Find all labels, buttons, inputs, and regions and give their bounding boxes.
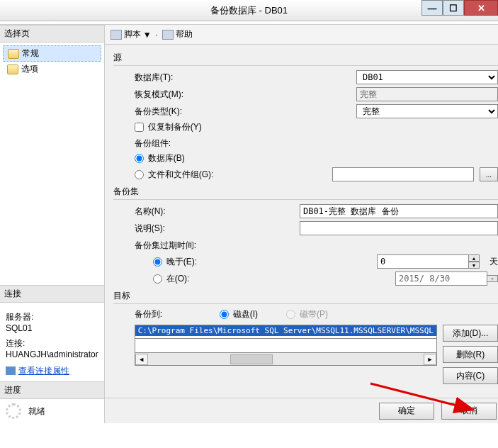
expire-on-radio-input[interactable]: [153, 274, 162, 284]
page-list: 常规 选项: [0, 43, 104, 79]
recovery-model-value: 完整: [356, 87, 498, 101]
description-label: 说明(S):: [135, 223, 241, 235]
component-filegroup-radio-input[interactable]: [135, 170, 144, 179]
dest-tape-radio: 磁带(P): [286, 308, 328, 320]
backup-to-label: 备份到:: [135, 308, 220, 320]
server-value: SQL01: [6, 323, 98, 333]
recovery-model-label: 恢复模式(M):: [135, 89, 241, 101]
source-group-header: 源: [113, 50, 498, 66]
name-label: 名称(N):: [135, 206, 241, 218]
backupset-group-header: 备份集: [113, 184, 498, 200]
backup-component-label: 备份组件:: [135, 138, 498, 150]
help-icon: [162, 30, 174, 40]
left-pane: 选择页 常规 选项 连接 服务器: SQL01 连接: HUANGJH\admi…: [0, 25, 105, 423]
component-filegroup-radio[interactable]: 文件和文件组(G):: [135, 169, 214, 181]
link-label: 查看连接属性: [18, 365, 69, 377]
page-item-general[interactable]: 常规: [3, 45, 101, 62]
connection-value: HUANGJH\administrator: [6, 349, 98, 359]
progress-spinner-icon: [6, 403, 21, 419]
expire-after-spinner[interactable]: ▲ ▼: [468, 254, 480, 269]
scroll-left-button[interactable]: ◄: [135, 354, 148, 365]
select-page-header: 选择页: [0, 25, 104, 43]
spinner-up-button[interactable]: ▲: [468, 254, 480, 262]
script-label: 脚本: [124, 28, 141, 40]
add-button[interactable]: 添加(D)...: [443, 325, 498, 342]
expire-on-date-input: [395, 271, 487, 286]
filegroup-textbox: [332, 167, 474, 181]
dest-tape-label: 磁带(P): [300, 308, 328, 320]
minimize-button[interactable]: —: [421, 0, 443, 16]
form-content: 源 数据库(T): DB01 恢复模式(M): 完整 备份类型(K): 完整: [105, 45, 498, 398]
backup-type-select[interactable]: 完整: [356, 104, 498, 118]
page-item-label: 选项: [21, 63, 38, 75]
component-filegroup-label: 文件和文件组(G):: [148, 169, 214, 181]
connection-block: 服务器: SQL01 连接: HUANGJH\administrator 查看连…: [0, 303, 104, 382]
name-input[interactable]: [300, 204, 498, 218]
window-buttons: — ☐ ✕: [421, 0, 498, 16]
database-select[interactable]: DB01: [356, 70, 498, 84]
expire-group-label: 备份集过期时间:: [135, 240, 498, 252]
expire-on-radio[interactable]: 在(O):: [153, 273, 241, 285]
filegroup-browse-button[interactable]: ...: [480, 167, 498, 181]
expire-after-label: 晚于(E):: [166, 256, 197, 268]
toolbar: 脚本 ▼ · 帮助: [105, 25, 498, 45]
date-dropdown-button: ▼: [487, 275, 498, 282]
expire-after-radio[interactable]: 晚于(E):: [153, 256, 241, 268]
page-icon: [7, 65, 18, 74]
right-pane: 脚本 ▼ · 帮助 源 数据库(T): DB01 恢复模式(M):: [105, 25, 498, 423]
dest-tape-radio-input: [286, 310, 295, 319]
component-database-radio[interactable]: 数据库(B): [135, 152, 185, 164]
destination-list-item[interactable]: C:\Program Files\Microsoft SQL Server\MS…: [135, 325, 436, 336]
view-connection-properties-link[interactable]: 查看连接属性: [6, 365, 69, 377]
page-item-options[interactable]: 选项: [3, 62, 101, 77]
ok-button[interactable]: 确定: [379, 403, 434, 420]
scroll-track[interactable]: [148, 354, 424, 365]
server-label: 服务器:: [6, 311, 98, 323]
description-input[interactable]: [300, 221, 498, 235]
dest-disk-radio[interactable]: 磁盘(I): [220, 308, 258, 320]
cancel-button[interactable]: 取消: [441, 403, 497, 420]
copy-only-label: 仅复制备份(Y): [148, 121, 202, 133]
remove-button[interactable]: 删除(R): [443, 346, 498, 363]
contents-button[interactable]: 内容(C): [443, 367, 498, 384]
database-label: 数据库(T):: [135, 72, 241, 84]
spinner-down-button[interactable]: ▼: [468, 262, 480, 269]
destination-list-hscrollbar[interactable]: ◄ ►: [135, 353, 437, 366]
help-label: 帮助: [176, 28, 193, 40]
expire-after-days-input[interactable]: [377, 254, 469, 269]
page-icon: [8, 49, 19, 59]
maximize-button[interactable]: ☐: [443, 0, 464, 16]
close-button[interactable]: ✕: [464, 0, 498, 16]
title-bar: 备份数据库 - DB01 — ☐ ✕: [0, 0, 498, 21]
destination-listbox[interactable]: C:\Program Files\Microsoft SQL Server\MS…: [135, 325, 437, 384]
destination-group-header: 目标: [113, 289, 498, 304]
separator: ·: [156, 30, 158, 40]
expire-after-radio-input[interactable]: [153, 257, 162, 267]
progress-block: 就绪: [0, 399, 104, 423]
connection-label: 连接:: [6, 337, 98, 349]
backup-type-label: 备份类型(K):: [135, 106, 241, 118]
copy-only-checkbox[interactable]: 仅复制备份(Y): [135, 121, 202, 133]
help-button[interactable]: 帮助: [162, 28, 193, 40]
dialog-footer: 确定 取消: [105, 398, 498, 423]
component-database-label: 数据库(B): [148, 152, 185, 164]
dest-disk-radio-input[interactable]: [220, 310, 229, 319]
scroll-right-button[interactable]: ►: [424, 354, 436, 365]
script-dropdown[interactable]: 脚本 ▼: [111, 28, 152, 40]
main-area: 选择页 常规 选项 连接 服务器: SQL01 连接: HUANGJH\admi…: [0, 24, 498, 423]
connection-icon: [6, 366, 16, 375]
expire-after-unit: 天: [489, 256, 498, 268]
progress-status: 就绪: [28, 405, 45, 418]
expire-on-label: 在(O):: [166, 273, 190, 285]
scroll-thumb[interactable]: [230, 354, 273, 364]
dest-disk-label: 磁盘(I): [233, 308, 258, 320]
chevron-down-icon: ▼: [143, 30, 152, 40]
script-icon: [111, 30, 122, 40]
connection-header: 连接: [0, 285, 104, 303]
copy-only-checkbox-input[interactable]: [135, 123, 144, 132]
expire-on-date-dropdown: ▼: [487, 275, 498, 282]
progress-header: 进度: [0, 381, 104, 399]
page-item-label: 常规: [22, 47, 39, 60]
component-database-radio-input[interactable]: [135, 154, 144, 163]
